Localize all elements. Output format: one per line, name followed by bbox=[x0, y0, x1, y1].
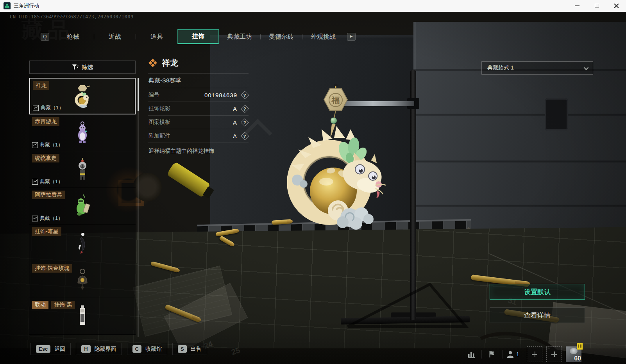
c-key-badge: C bbox=[132, 345, 141, 353]
tab-collection-workshop[interactable]: 典藏工坊 bbox=[219, 29, 260, 44]
maximize-button[interactable] bbox=[587, 0, 606, 12]
charm-list: 祥龙 典藏（1） bbox=[29, 78, 136, 335]
bottle-prop bbox=[166, 161, 211, 198]
minimize-icon bbox=[575, 5, 579, 6]
list-item-collab-black[interactable]: 联动 挂饰-黑 bbox=[29, 298, 136, 335]
maximize-icon bbox=[595, 4, 599, 8]
item-thumbnail-purple-dragon bbox=[72, 120, 93, 145]
list-item-take-all[interactable]: 统统拿走 典藏（1） bbox=[29, 151, 136, 188]
item-thumbnail-dark-blade bbox=[72, 230, 93, 255]
tab-mandel-brick[interactable]: 曼德尔砖 bbox=[261, 29, 302, 44]
season-label: 典藏-S8赛季 bbox=[148, 73, 249, 88]
item-thumbnail-black-card bbox=[72, 304, 93, 329]
flag-icon bbox=[488, 350, 496, 359]
back-button[interactable]: Esc 返回 bbox=[30, 343, 71, 355]
player-level: 60 bbox=[574, 355, 581, 362]
fortune-tag-character: 福 bbox=[331, 96, 340, 105]
style-dropdown[interactable]: 典藏款式 1 bbox=[481, 61, 593, 75]
list-item-chixiao-dragon[interactable]: 赤霄游龙 典藏（1） bbox=[29, 114, 136, 151]
stats-button[interactable] bbox=[461, 350, 481, 359]
filter-label: 筛选 bbox=[82, 64, 93, 71]
collection-icon bbox=[33, 105, 39, 111]
uid-text: CN UID:185736499559368271423,20260307100… bbox=[10, 14, 134, 20]
report-button[interactable] bbox=[482, 350, 502, 359]
tab-charms[interactable]: 挂饰 bbox=[177, 29, 219, 44]
filter-button[interactable]: 筛选 bbox=[29, 61, 136, 74]
collection-icon bbox=[32, 142, 38, 148]
app-logo-icon bbox=[4, 2, 11, 9]
list-item-xianglong[interactable]: 祥龙 典藏（1） bbox=[29, 78, 136, 114]
scrollbar-thumb[interactable] bbox=[138, 78, 139, 111]
collection-hall-button[interactable]: C 收藏馆 bbox=[127, 343, 167, 355]
serial-number: 001984639 bbox=[204, 92, 237, 98]
divider bbox=[148, 143, 249, 143]
help-icon[interactable]: ? bbox=[241, 91, 249, 99]
style-dropdown-value: 典藏款式 1 bbox=[487, 64, 514, 71]
tab-melee[interactable]: 近战 bbox=[94, 29, 136, 44]
item-thumbnail-dragon-charm bbox=[72, 84, 93, 109]
window-titlebar: 三角洲行动 bbox=[0, 0, 626, 12]
h-key-badge: H bbox=[81, 345, 90, 353]
help-icon[interactable]: ? bbox=[241, 104, 249, 112]
view-details-button[interactable]: 查看详情 bbox=[490, 307, 585, 323]
tab-guns[interactable]: 枪械 bbox=[52, 29, 94, 44]
sell-button[interactable]: S 出售 bbox=[172, 343, 207, 355]
rarity-diamond-icon bbox=[148, 58, 158, 68]
friends-online-count: 1 bbox=[516, 351, 519, 357]
collection-count-badge: 典藏（1） bbox=[33, 104, 64, 111]
collection-count-badge: 典藏（1） bbox=[32, 215, 63, 222]
friends-button[interactable]: 1 bbox=[503, 350, 523, 359]
list-item-etched-gold-rose[interactable]: 挂饰-蚀金玫瑰 bbox=[29, 261, 136, 298]
cycle-left-key-hint: Q bbox=[41, 33, 49, 41]
charm-list-sidebar: 筛选 祥龙 bbox=[29, 61, 136, 335]
item-name-chip: 统统拿走 bbox=[32, 154, 59, 162]
empty-slot-add-button[interactable] bbox=[546, 346, 562, 362]
cycle-right-key-hint: E bbox=[347, 33, 356, 41]
list-item-asara-shieldbearer[interactable]: 阿萨拉盾兵 典藏（1） bbox=[29, 188, 136, 225]
hotkey-bar: Esc 返回 H 隐藏界面 C 收藏馆 S 出售 bbox=[30, 343, 207, 355]
item-thumbnail-green-soldier bbox=[72, 194, 93, 219]
collab-tag: 联动 bbox=[32, 301, 48, 309]
category-tabbar: Q 枪械 近战 道具 挂饰 典藏工坊 曼德尔砖 外观挑战 E bbox=[38, 29, 359, 44]
item-name-chip: 祥龙 bbox=[33, 81, 49, 90]
game-window: 三角洲行动 24 25 31 bbox=[0, 0, 626, 364]
item-thumbnail-skeleton bbox=[72, 157, 93, 182]
stand-base-triangle bbox=[340, 281, 473, 332]
window-title: 三角洲行动 bbox=[14, 2, 39, 9]
tab-appearance-challenge[interactable]: 外观挑战 bbox=[302, 29, 344, 44]
item-thumbnail-rose bbox=[72, 267, 93, 292]
detail-row-serial: 编号 001984639 ? bbox=[148, 88, 249, 102]
detail-row-pattern-template: 图案模板 A ? bbox=[148, 116, 249, 129]
detail-row-attachment: 附加配件 A ? bbox=[148, 129, 249, 143]
item-name-chip: 挂饰-暗星 bbox=[32, 227, 61, 236]
item-name-chip: 阿萨拉盾兵 bbox=[32, 191, 65, 199]
social-strip: 1 60 bbox=[461, 344, 626, 364]
avatar-notification-badge bbox=[577, 343, 583, 350]
close-icon bbox=[614, 4, 619, 9]
player-avatar[interactable]: 60 bbox=[566, 346, 581, 362]
chevron-down-icon bbox=[584, 65, 589, 70]
charm-description: 迎祥纳福主题中的祥龙挂饰 bbox=[148, 148, 249, 155]
hide-ui-button[interactable]: H 隐藏界面 bbox=[76, 343, 122, 355]
set-default-button[interactable]: 设置默认 bbox=[490, 284, 585, 300]
help-icon[interactable]: ? bbox=[241, 118, 249, 126]
empty-slot-add-button[interactable] bbox=[527, 346, 542, 362]
collection-count-badge: 典藏（1） bbox=[32, 141, 63, 148]
collection-icon bbox=[32, 216, 38, 221]
minimize-button[interactable] bbox=[567, 0, 587, 12]
item-name-chip: 挂饰-蚀金玫瑰 bbox=[32, 264, 72, 273]
tab-gear[interactable]: 道具 bbox=[136, 29, 177, 44]
crate-handle bbox=[545, 98, 568, 130]
dragon-charm-model: 福 bbox=[287, 80, 393, 240]
bar-chart-icon bbox=[467, 350, 476, 359]
esc-key-badge: Esc bbox=[36, 345, 50, 353]
list-item-dark-star[interactable]: 挂饰-暗星 bbox=[29, 225, 136, 261]
collection-count-badge: 典藏（1） bbox=[32, 178, 63, 185]
crate-right bbox=[413, 22, 626, 234]
list-scrollbar[interactable] bbox=[138, 78, 139, 337]
close-button[interactable] bbox=[606, 0, 626, 12]
help-icon[interactable]: ? bbox=[241, 132, 249, 140]
person-icon bbox=[506, 350, 515, 359]
filter-funnel-icon bbox=[72, 64, 79, 70]
charm-title: 祥龙 bbox=[162, 57, 178, 68]
